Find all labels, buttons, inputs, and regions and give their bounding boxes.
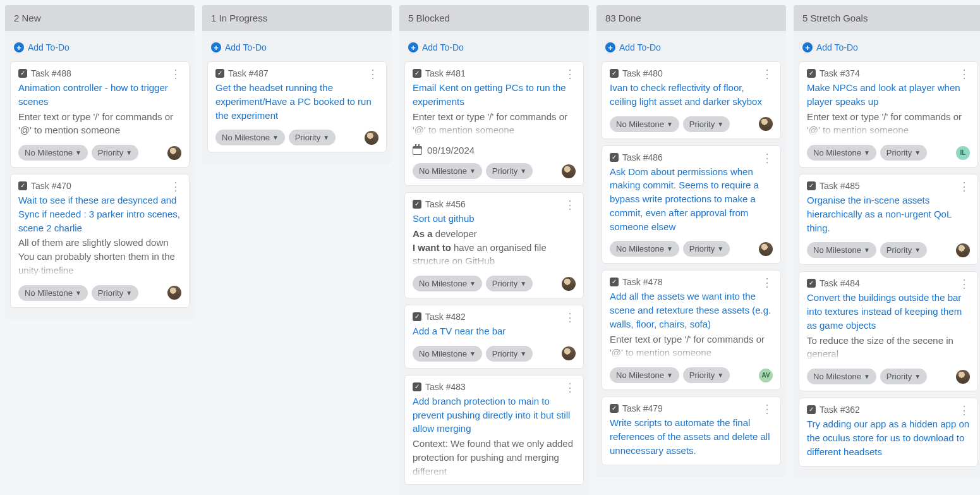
milestone-dropdown[interactable]: No Milestone▼: [807, 242, 876, 258]
priority-dropdown[interactable]: Priority▼: [289, 130, 336, 145]
pill-group: No Milestone▼Priority▼: [413, 276, 533, 291]
card-menu-button[interactable]: ⋮: [560, 381, 579, 394]
task-title-link[interactable]: Sort out github: [413, 212, 576, 226]
card-menu-button[interactable]: ⋮: [166, 67, 185, 81]
task-title-link[interactable]: Ask Dom about permissions when making co…: [610, 165, 773, 234]
add-todo-button[interactable]: +Add To-Do: [10, 36, 190, 61]
task-card[interactable]: ✓Task #485⋮Organise the in-scene assets …: [799, 174, 978, 265]
task-id: Task #488: [31, 68, 71, 78]
priority-dropdown[interactable]: Priority▼: [683, 116, 730, 132]
priority-dropdown[interactable]: Priority▼: [92, 145, 138, 161]
add-todo-button[interactable]: +Add To-Do: [602, 36, 781, 61]
task-title-link[interactable]: Email Kent on getting PCs to run the exp…: [413, 81, 576, 109]
task-card[interactable]: ✓Task #456⋮Sort out githubAs a developer…: [404, 192, 584, 298]
task-card[interactable]: ✓Task #362⋮Try adding our app as a hidde…: [799, 398, 978, 467]
milestone-dropdown[interactable]: No Milestone▼: [610, 116, 679, 132]
milestone-dropdown[interactable]: No Milestone▼: [610, 241, 679, 257]
assignee-avatar[interactable]: [562, 164, 576, 178]
task-card[interactable]: ✓Task #486⋮Ask Dom about permissions whe…: [602, 145, 781, 264]
assignee-avatar[interactable]: [956, 243, 970, 257]
card-menu-button[interactable]: ⋮: [758, 151, 777, 165]
task-title-link[interactable]: Make NPCs and look at player when player…: [807, 81, 970, 109]
add-todo-button[interactable]: +Add To-Do: [404, 36, 584, 61]
pill-group: No Milestone▼Priority▼: [807, 242, 927, 258]
milestone-dropdown[interactable]: No Milestone▼: [215, 130, 285, 145]
task-title-link[interactable]: Get the headset running the experiment/H…: [215, 81, 378, 122]
card-menu-button[interactable]: ⋮: [560, 67, 579, 81]
milestone-dropdown[interactable]: No Milestone▼: [807, 145, 876, 161]
chevron-down-icon: ▼: [717, 245, 723, 252]
priority-dropdown[interactable]: Priority▼: [880, 242, 927, 258]
card-menu-button[interactable]: ⋮: [758, 402, 777, 416]
task-title-link[interactable]: Add all the assets we want into the scen…: [610, 290, 773, 331]
task-card[interactable]: ✓Task #483⋮Add branch protection to main…: [404, 375, 584, 486]
chevron-down-icon: ▼: [469, 280, 476, 287]
chevron-down-icon: ▼: [520, 350, 526, 357]
task-checkbox-icon: ✓: [413, 69, 421, 78]
task-card[interactable]: ✓Task #479⋮Write scripts to automate the…: [602, 396, 781, 465]
assignee-avatar[interactable]: [167, 146, 181, 160]
task-card[interactable]: ✓Task #487⋮Get the headset running the e…: [207, 61, 387, 152]
chevron-down-icon: ▼: [520, 280, 526, 287]
task-card[interactable]: ✓Task #470⋮Wait to see if these are desy…: [10, 174, 190, 308]
milestone-dropdown[interactable]: No Milestone▼: [413, 163, 482, 179]
card-menu-button[interactable]: ⋮: [758, 67, 777, 81]
card-menu-button[interactable]: ⋮: [363, 67, 382, 81]
column-header: 2 New: [5, 5, 195, 31]
milestone-dropdown[interactable]: No Milestone▼: [807, 369, 876, 384]
priority-dropdown[interactable]: Priority▼: [486, 163, 533, 179]
card-menu-button[interactable]: ⋮: [955, 277, 974, 291]
card-menu-button[interactable]: ⋮: [758, 276, 777, 290]
card-meta-row: No Milestone▼Priority▼: [807, 369, 970, 384]
chevron-down-icon: ▼: [272, 134, 279, 141]
priority-dropdown[interactable]: Priority▼: [683, 367, 730, 383]
task-card[interactable]: ✓Task #481⋮Email Kent on getting PCs to …: [404, 61, 584, 186]
assignee-avatar[interactable]: [759, 242, 773, 256]
card-menu-button[interactable]: ⋮: [560, 310, 579, 324]
priority-dropdown[interactable]: Priority▼: [486, 346, 533, 362]
assignee-avatar[interactable]: [759, 117, 773, 131]
card-menu-button[interactable]: ⋮: [166, 180, 185, 193]
task-title-link[interactable]: Animation controller - how to trigger sc…: [18, 81, 181, 109]
card-menu-button[interactable]: ⋮: [560, 198, 579, 212]
task-title-link[interactable]: Wait to see if these are desynced and Sy…: [18, 193, 181, 235]
milestone-dropdown[interactable]: No Milestone▼: [18, 145, 88, 161]
priority-dropdown[interactable]: Priority▼: [683, 241, 730, 257]
assignee-avatar[interactable]: AV: [759, 369, 773, 382]
assignee-avatar[interactable]: [365, 131, 378, 145]
assignee-avatar[interactable]: [562, 346, 576, 360]
milestone-dropdown[interactable]: No Milestone▼: [413, 346, 482, 362]
card-menu-button[interactable]: ⋮: [955, 67, 974, 81]
task-card[interactable]: ✓Task #482⋮Add a TV near the barNo Miles…: [404, 305, 584, 369]
task-card[interactable]: ✓Task #484⋮Convert the buildings outside…: [799, 271, 978, 391]
priority-dropdown[interactable]: Priority▼: [880, 369, 927, 384]
task-title-link[interactable]: Try adding our app as a hidden app on th…: [807, 417, 970, 458]
task-card[interactable]: ✓Task #488⋮Animation controller - how to…: [10, 61, 190, 168]
priority-dropdown[interactable]: Priority▼: [486, 276, 533, 291]
task-title-link[interactable]: Organise the in-scene assets hierarchica…: [807, 193, 970, 235]
assignee-avatar[interactable]: IL: [956, 146, 970, 160]
task-title-link[interactable]: Add a TV near the bar: [413, 324, 576, 338]
card-menu-button[interactable]: ⋮: [955, 180, 974, 193]
assignee-avatar[interactable]: [956, 370, 970, 384]
card-menu-button[interactable]: ⋮: [955, 403, 974, 417]
task-title-link[interactable]: Ivan to check reflectivity of floor, cei…: [610, 81, 773, 109]
task-title-link[interactable]: Convert the buildings outside the bar in…: [807, 291, 970, 332]
task-card[interactable]: ✓Task #374⋮Make NPCs and look at player …: [799, 61, 978, 168]
task-card[interactable]: ✓Task #478⋮Add all the assets we want in…: [602, 270, 781, 390]
task-title-link[interactable]: Write scripts to automate the final refe…: [610, 416, 773, 457]
add-todo-button[interactable]: +Add To-Do: [799, 36, 978, 61]
task-checkbox-icon: ✓: [807, 279, 816, 288]
milestone-dropdown[interactable]: No Milestone▼: [610, 367, 679, 383]
add-todo-button[interactable]: +Add To-Do: [207, 36, 387, 61]
milestone-dropdown[interactable]: No Milestone▼: [413, 276, 482, 291]
chevron-down-icon: ▼: [717, 372, 723, 379]
assignee-avatar[interactable]: [562, 277, 576, 291]
priority-dropdown[interactable]: Priority▼: [92, 285, 138, 301]
priority-dropdown[interactable]: Priority▼: [880, 145, 927, 161]
task-title-link[interactable]: Add branch protection to main to prevent…: [413, 394, 576, 436]
assignee-avatar[interactable]: [167, 286, 181, 300]
plus-circle-icon: +: [408, 42, 418, 52]
task-card[interactable]: ✓Task #480⋮Ivan to check reflectivity of…: [602, 61, 781, 139]
milestone-dropdown[interactable]: No Milestone▼: [18, 285, 88, 301]
